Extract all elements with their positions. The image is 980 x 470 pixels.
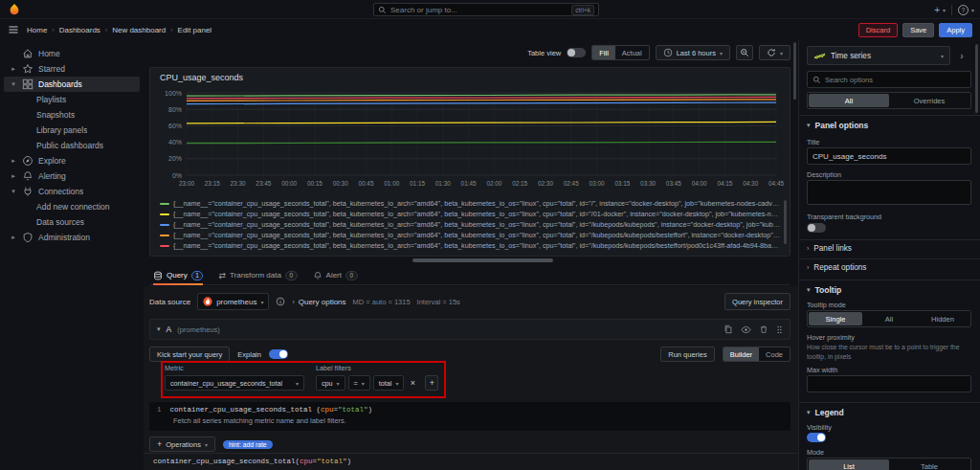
legend-item[interactable]: {__name__="container_cpu_usage_seconds_t… — [154, 240, 780, 251]
fill-button[interactable]: Fill — [592, 46, 615, 59]
main-scrollbar[interactable] — [793, 42, 796, 100]
menu-icon[interactable] — [8, 24, 19, 35]
max-width-input[interactable] — [807, 375, 971, 392]
sidebar-item-snapshots[interactable]: Snapshots — [4, 107, 140, 123]
description-input[interactable] — [807, 180, 971, 205]
legend-scrollbar[interactable] — [784, 200, 787, 244]
global-search[interactable]: Search or jump to... ctrl+k — [373, 3, 599, 16]
add-filter-button[interactable]: + — [425, 375, 438, 391]
repeat-options-section[interactable]: › Repeat options — [807, 263, 971, 272]
remove-filter-button[interactable]: × — [407, 375, 418, 391]
operator-select[interactable]: = ▾ — [348, 375, 370, 391]
panel-links-section[interactable]: › Panel links — [807, 244, 971, 253]
tooltip-all-button[interactable]: All — [862, 312, 916, 325]
operator-value: = — [354, 379, 358, 388]
legend-item[interactable]: {__name__="container_cpu_usage_seconds_t… — [154, 209, 780, 219]
refresh-button[interactable]: ▾ — [759, 45, 791, 60]
sidebar-item-connections[interactable]: ▾Connections — [4, 184, 140, 199]
transparent-background-toggle[interactable] — [807, 223, 826, 233]
sidebar-item-add-new-connection[interactable]: Add new connection — [4, 199, 140, 214]
sidebar-item-library-panels[interactable]: Library panels — [4, 123, 140, 138]
tab-alert[interactable]: Alert 0 — [313, 266, 358, 285]
chevron-right-icon[interactable]: ▸ — [10, 65, 17, 73]
run-queries-button[interactable]: Run queries — [660, 347, 714, 362]
legend-mode-table-button[interactable]: Table — [889, 459, 969, 470]
table-view-toggle[interactable] — [567, 48, 586, 57]
time-range-picker[interactable]: Last 6 hours ▾ — [656, 45, 730, 60]
legend-visibility-toggle[interactable] — [807, 433, 826, 442]
options-scrollbar[interactable] — [975, 44, 978, 113]
tab-all-options[interactable]: All — [809, 94, 889, 107]
query-options-toggle[interactable]: › Query options — [292, 298, 345, 306]
fill-actual-group: Fill Actual — [591, 45, 649, 60]
add-operation-button[interactable]: + Operations ▾ — [149, 436, 215, 452]
tooltip-hidden-button[interactable]: Hidden — [916, 312, 969, 325]
tooltip-section-header[interactable]: ▾ Tooltip — [807, 285, 841, 295]
code-mode-button[interactable]: Code — [759, 347, 790, 361]
title-input[interactable] — [807, 147, 971, 165]
explain-toggle[interactable] — [269, 349, 288, 359]
sidebar-item-public-dashboards[interactable]: Public dashboards — [4, 138, 140, 153]
drag-handle-icon[interactable] — [776, 325, 783, 335]
timeseries-chart[interactable]: 0%20%40%60%80%100%23:0023:1523:3023:4500… — [156, 87, 784, 192]
legend-item[interactable]: {__name__="container_cpu_usage_seconds_t… — [154, 230, 780, 240]
toggle-visibility-icon[interactable] — [741, 325, 751, 335]
chevron-down-icon[interactable]: ▾ — [10, 188, 17, 195]
scrollbar-thumb[interactable] — [412, 258, 553, 262]
chevron-down-icon[interactable]: ▾ — [943, 7, 946, 13]
sidebar-item-dashboards[interactable]: ▾Dashboards — [4, 77, 140, 92]
sidebar-item-administration[interactable]: ▸Administration — [4, 230, 140, 245]
kickstart-button[interactable]: Kick start your query — [149, 347, 230, 362]
chevron-down-icon[interactable]: ▾ — [10, 80, 17, 88]
zoom-out-button[interactable] — [736, 45, 753, 60]
chevron-down-icon[interactable]: ▾ — [157, 325, 161, 333]
legend-mode-list-button[interactable]: List — [809, 459, 889, 470]
sidebar-item-playlists[interactable]: Playlists — [4, 92, 140, 107]
legend-item[interactable]: {__name__="container_cpu_usage_seconds_t… — [154, 219, 780, 230]
discard-button[interactable]: Discard — [858, 23, 898, 37]
chevron-down-icon[interactable]: ▾ — [780, 50, 783, 56]
sidebar-item-starred[interactable]: ▸Starred — [4, 61, 140, 77]
chevron-right-icon[interactable]: ▸ — [10, 234, 17, 241]
save-button[interactable]: Save — [902, 23, 934, 37]
duplicate-query-icon[interactable] — [724, 325, 733, 334]
tooltip-single-button[interactable]: Single — [809, 312, 862, 325]
grafana-logo-icon[interactable] — [8, 3, 21, 16]
query-row-header[interactable]: ▾ A (prometheus) — [149, 319, 791, 340]
apply-button[interactable]: Apply — [939, 23, 972, 37]
chevron-right-icon[interactable]: ▸ — [10, 157, 17, 165]
horizontal-scrollbar[interactable] — [149, 258, 791, 263]
label-key-select[interactable]: cpu ▾ — [316, 375, 345, 391]
options-search-input[interactable] — [825, 76, 966, 84]
breadcrumb-new-dashboard[interactable]: New dashboard — [112, 26, 166, 34]
chevron-right-icon[interactable]: ▸ — [10, 172, 17, 180]
sidebar-item-label: Data sources — [36, 217, 84, 227]
sidebar-item-data-sources[interactable]: Data sources — [4, 214, 140, 230]
panel-options-section-header[interactable]: ▾ Panel options — [807, 121, 868, 130]
metric-select[interactable]: container_cpu_usage_seconds_total ▾ — [165, 375, 304, 391]
actual-button[interactable]: Actual — [615, 46, 649, 59]
sidebar-item-home[interactable]: Home — [4, 46, 140, 61]
chevron-down-icon[interactable]: ▾ — [971, 7, 974, 13]
sidebar-item-alerting[interactable]: ▸Alerting — [4, 168, 140, 184]
legend-item[interactable]: {__name__="container_cpu_usage_seconds_t… — [154, 198, 780, 209]
help-icon[interactable]: ? — [958, 5, 969, 15]
breadcrumb-home[interactable]: Home — [27, 26, 47, 34]
visualization-picker[interactable]: Time series ▾ — [807, 46, 950, 65]
add-icon[interactable]: + — [934, 5, 940, 15]
tab-transform-data[interactable]: ⇄ Transform data 0 — [218, 266, 297, 285]
collapse-options-icon[interactable]: › — [954, 46, 969, 65]
info-icon[interactable] — [276, 297, 285, 306]
legend-section-header[interactable]: ▾ Legend — [807, 408, 844, 417]
tab-query[interactable]: Query 1 — [153, 266, 203, 285]
sidebar-item-explore[interactable]: ▸Explore — [4, 153, 140, 168]
builder-mode-button[interactable]: Builder — [724, 347, 759, 361]
datasource-picker[interactable]: prometheus ▾ — [197, 293, 269, 310]
label-value-select[interactable]: total ▾ — [373, 375, 405, 391]
query-inspector-button[interactable]: Query inspector — [724, 293, 791, 310]
hint-add-rate-badge[interactable]: hint: add rate — [223, 440, 273, 449]
tab-overrides[interactable]: Overrides — [889, 94, 969, 107]
remove-query-icon[interactable] — [759, 325, 768, 334]
breadcrumb-dashboards[interactable]: Dashboards — [59, 26, 100, 34]
options-search[interactable] — [807, 71, 971, 88]
